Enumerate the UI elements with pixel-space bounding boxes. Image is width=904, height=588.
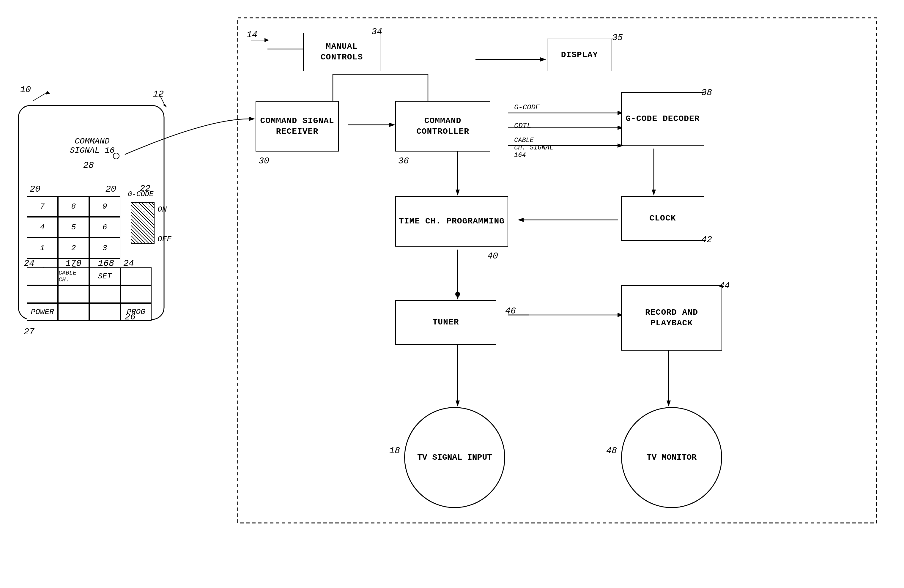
svg-marker-6 (389, 123, 395, 127)
command-signal-receiver-box: COMMAND SIGNAL RECEIVER (256, 101, 339, 152)
fkey-empty5[interactable] (89, 285, 120, 303)
svg-marker-25 (518, 218, 524, 222)
ref-24b: 24 (123, 259, 134, 269)
svg-rect-0 (238, 18, 877, 523)
ref-22: 22 (140, 183, 150, 194)
ref-48: 48 (606, 446, 617, 456)
off-label: OFF (158, 235, 171, 243)
svg-point-28 (455, 292, 460, 297)
g-code-line-label: G-CODE (514, 103, 540, 111)
diagram: 10 12 14 COMMANDSIGNAL 16 28 MANUAL CONT… (0, 0, 904, 588)
ref10-arrow (30, 89, 54, 104)
ref-40: 40 (487, 251, 498, 261)
svg-marker-21 (455, 190, 460, 196)
fkey-empty2[interactable] (120, 267, 152, 285)
tuner-box: TUNER (395, 300, 496, 345)
toggle-switch[interactable] (131, 202, 155, 243)
cdtl-line-label: CDTL (514, 122, 531, 130)
clock-box: CLOck (621, 196, 704, 241)
svg-marker-32 (455, 400, 460, 406)
ref-46: 46 (505, 306, 516, 316)
ref-27: 27 (24, 327, 35, 337)
fkey-empty4[interactable] (58, 285, 89, 303)
ref-36: 36 (398, 156, 409, 166)
ref-18: 18 (389, 446, 400, 456)
key-9[interactable]: 9 (89, 196, 120, 217)
ref-30: 30 (259, 156, 269, 166)
svg-marker-41 (264, 38, 269, 42)
command-signal-label: COMMANDSIGNAL 16 (62, 137, 122, 155)
fkey-cable-ch[interactable]: CABLE CH. (58, 267, 89, 285)
fkey-empty7[interactable] (58, 303, 89, 321)
fkey-set[interactable]: SET (89, 267, 120, 285)
ref-20a: 20 (30, 184, 40, 194)
ref-35: 35 (612, 33, 623, 43)
ref14-arrow (250, 33, 273, 47)
fkey-empty3[interactable] (27, 285, 58, 303)
key-2[interactable]: 2 (58, 238, 89, 259)
on-label: ON (158, 205, 167, 214)
ref-38: 38 (701, 88, 712, 98)
svg-marker-4 (249, 117, 255, 121)
key-8[interactable]: 8 (58, 196, 89, 217)
key-6[interactable]: 6 (89, 217, 120, 238)
ref-170: 170 (65, 259, 81, 269)
ref-24a: 24 (24, 259, 35, 269)
svg-marker-27 (455, 294, 460, 299)
key-3[interactable]: 3 (89, 238, 120, 259)
svg-marker-13 (540, 57, 546, 62)
junction-circle (113, 153, 120, 159)
ref12-arrow (150, 92, 168, 110)
fkey-empty6[interactable] (120, 285, 152, 303)
svg-line-36 (33, 92, 47, 101)
cable-ch-signal-label: CABLECH. SIGNAL164 (514, 137, 553, 159)
g-code-decoder-box: G-CODE DECODER (621, 92, 704, 145)
tv-signal-input-circle: TV SIGNAL INPUT (404, 407, 505, 508)
ref-42: 42 (701, 235, 712, 245)
svg-marker-37 (46, 91, 50, 95)
ref-26: 26 (125, 312, 136, 322)
key-4[interactable]: 4 (27, 217, 58, 238)
ref-168: 168 (98, 259, 114, 269)
ref-10: 10 (20, 85, 31, 95)
manual-controls-box: MANUAL CONTROLS (303, 33, 380, 71)
svg-marker-34 (667, 400, 671, 406)
ref-28: 28 (83, 160, 94, 171)
display-box: DISPLAY (547, 39, 612, 71)
svg-marker-23 (652, 190, 656, 196)
key-7[interactable]: 7 (27, 196, 58, 217)
time-ch-programming-box: TIME CH. PROGRAMMING (395, 196, 508, 247)
command-controller-box: COMMAND CONTROLLER (395, 101, 490, 152)
svg-marker-39 (163, 104, 167, 107)
ref-44: 44 (719, 281, 730, 291)
tv-monitor-circle: TV MONITOR (621, 407, 722, 508)
svg-line-38 (159, 93, 165, 106)
record-playback-box: RECORD AND PLAYBACK (621, 285, 722, 351)
fkey-empty1[interactable] (27, 267, 58, 285)
key-1[interactable]: 1 (27, 238, 58, 259)
ref-20b: 20 (106, 184, 116, 194)
ref-34: 34 (371, 27, 382, 37)
fkey-empty8[interactable] (89, 303, 120, 321)
key-5[interactable]: 5 (58, 217, 89, 238)
fkey-power[interactable]: POWER (27, 303, 58, 321)
